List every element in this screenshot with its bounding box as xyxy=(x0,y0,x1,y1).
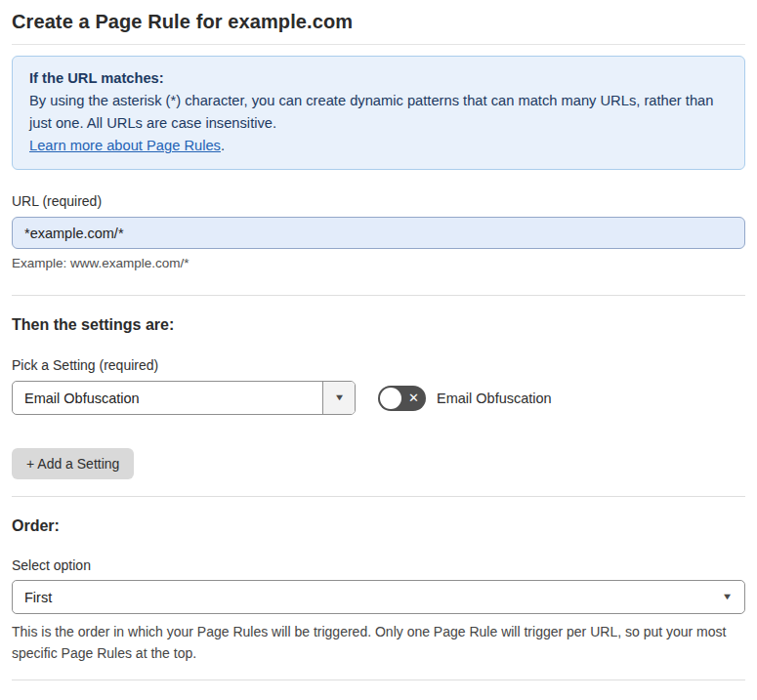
link-period: . xyxy=(221,138,225,153)
setting-select[interactable]: Email Obfuscation ▼ xyxy=(12,381,356,415)
email-obfuscation-toggle[interactable]: ✕ xyxy=(378,386,426,411)
url-input[interactable] xyxy=(12,217,745,249)
order-select[interactable]: First ▼ xyxy=(12,580,745,614)
order-select-value: First xyxy=(13,590,52,605)
setting-select-arrow-button[interactable]: ▼ xyxy=(322,382,355,414)
toggle-knob xyxy=(380,388,401,409)
chevron-down-icon: ▼ xyxy=(722,593,734,601)
url-example-text: Example: www.example.com/* xyxy=(12,256,745,270)
toggle-off-icon: ✕ xyxy=(408,391,419,404)
order-section-heading: Order: xyxy=(12,517,745,535)
settings-section-heading: Then the settings are: xyxy=(12,316,745,334)
url-label: URL (required) xyxy=(12,193,745,209)
setting-select-value: Email Obfuscation xyxy=(13,391,140,406)
learn-more-link[interactable]: Learn more about Page Rules xyxy=(29,138,221,153)
page-title: Create a Page Rule for example.com xyxy=(12,8,745,35)
order-select-label: Select option xyxy=(12,557,745,573)
info-box-link-row: Learn more about Page Rules. xyxy=(29,135,728,157)
section-divider xyxy=(12,496,745,497)
section-divider xyxy=(12,295,745,296)
footer-divider xyxy=(12,679,745,680)
header-divider xyxy=(12,44,745,45)
toggle-label: Email Obfuscation xyxy=(437,391,552,406)
url-match-info-box: If the URL matches: By using the asteris… xyxy=(12,56,745,170)
create-page-rule-form: Create a Page Rule for example.com If th… xyxy=(0,0,757,700)
info-box-heading: If the URL matches: xyxy=(29,67,728,90)
add-setting-button[interactable]: + Add a Setting xyxy=(12,448,134,479)
order-select-arrow: ▼ xyxy=(723,581,744,613)
pick-setting-label: Pick a Setting (required) xyxy=(12,357,745,373)
info-box-body: By using the asterisk (*) character, you… xyxy=(29,90,728,135)
order-help-text: This is the order in which your Page Rul… xyxy=(12,621,745,664)
setting-row: Email Obfuscation ▼ ✕ Email Obfuscation xyxy=(12,381,745,415)
chevron-down-icon: ▼ xyxy=(333,393,345,402)
